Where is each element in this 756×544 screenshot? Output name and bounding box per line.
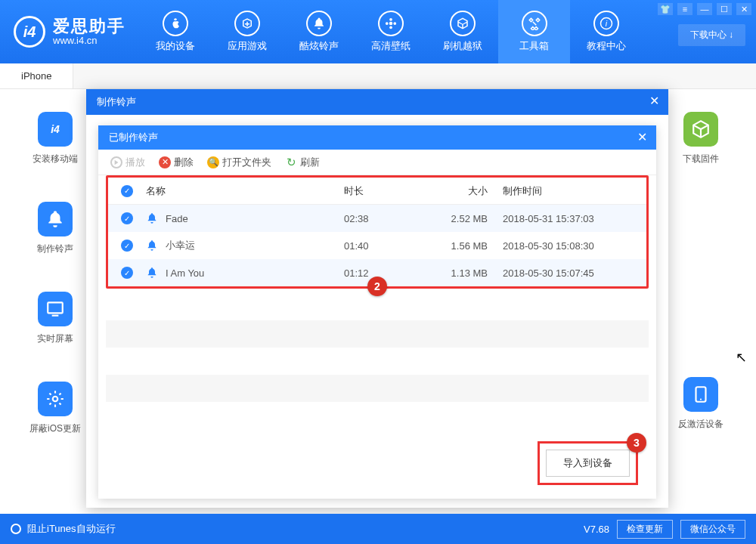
svg-point-1 xyxy=(389,18,392,21)
close-button[interactable]: ✕ xyxy=(736,3,751,15)
side-gear[interactable]: 屏蔽iOS更新 xyxy=(29,382,81,435)
info-icon: i xyxy=(593,11,619,36)
window-controls: 👕 ≡ — ☐ ✕ xyxy=(658,3,751,15)
col-duration-header[interactable]: 时长 xyxy=(344,184,420,198)
version-label: V7.68 xyxy=(584,524,609,535)
table-header: 名称 时长 大小 制作时间 xyxy=(108,178,646,205)
nav-box[interactable]: 刷机越狱 xyxy=(426,0,498,63)
bell-icon xyxy=(146,267,158,279)
delete-button[interactable]: ✕ 删除 xyxy=(159,156,194,169)
modal-inner-titlebar: 已制作铃声 ✕ xyxy=(98,125,656,150)
delete-icon: ✕ xyxy=(159,156,171,168)
appstore-icon xyxy=(234,11,260,36)
import-to-device-button[interactable]: 导入到设备 xyxy=(546,450,630,477)
ringtone-table-callout: 名称 时长 大小 制作时间 Fade02:382.52 MB2018-05-31… xyxy=(106,175,649,289)
refresh-icon: ↻ xyxy=(285,156,297,168)
table-row[interactable]: Fade02:382.52 MB2018-05-31 15:37:03 xyxy=(108,205,646,232)
sidebar-right: 下载固件反激活设备 xyxy=(667,112,735,431)
menu-button[interactable]: ≡ xyxy=(677,3,692,15)
svg-rect-8 xyxy=(48,302,63,313)
status-bar: 阻止iTunes自动运行 V7.68 检查更新 微信公众号 xyxy=(0,514,756,544)
bell-icon xyxy=(38,202,73,236)
side-tablet[interactable]: 反激活设备 xyxy=(678,377,723,431)
nav-apple[interactable]: 我的设备 xyxy=(139,0,211,63)
nav-bell[interactable]: 酷炫铃声 xyxy=(283,0,355,63)
monitor-icon xyxy=(38,292,73,326)
play-icon xyxy=(110,156,122,168)
callout-badge-3: 3 xyxy=(627,433,646,453)
empty-rows xyxy=(106,293,649,429)
itunes-toggle-icon[interactable] xyxy=(11,524,21,534)
nav-tools[interactable]: 工具箱 xyxy=(498,0,570,63)
logo-icon: i4 xyxy=(14,16,45,48)
tab-iphone[interactable]: iPhone xyxy=(0,63,73,88)
tools-icon xyxy=(522,11,547,36)
app-site: www.i4.cn xyxy=(53,36,125,46)
box-icon xyxy=(450,11,476,36)
svg-point-9 xyxy=(53,397,58,402)
sidebar-left: i4安装移动端制作铃声实时屏幕屏蔽iOS更新 xyxy=(21,112,89,435)
table-row[interactable]: 小幸运01:401.56 MB2018-05-30 15:08:30 xyxy=(108,232,646,259)
col-size-header[interactable]: 大小 xyxy=(420,184,503,198)
skin-button[interactable]: 👕 xyxy=(658,3,673,15)
row-checkbox[interactable] xyxy=(121,267,133,279)
cursor-icon: ↖ xyxy=(736,349,747,366)
itunes-block-label[interactable]: 阻止iTunes自动运行 xyxy=(27,522,116,536)
side-bell[interactable]: 制作铃声 xyxy=(37,202,73,255)
col-name-header[interactable]: 名称 xyxy=(146,184,344,198)
wechat-button[interactable]: 微信公众号 xyxy=(680,520,745,539)
main-body: i4安装移动端制作铃声实时屏幕屏蔽iOS更新 下载固件反激活设备 制作铃声 ✕ … xyxy=(0,89,756,514)
col-time-header[interactable]: 制作时间 xyxy=(503,184,646,198)
close-icon[interactable]: ✕ xyxy=(635,131,649,145)
nav-appstore[interactable]: 应用游戏 xyxy=(211,0,283,63)
logo-icon: i4 xyxy=(38,112,73,147)
row-checkbox[interactable] xyxy=(121,240,133,252)
modal-outer-title-text: 制作铃声 xyxy=(97,95,136,109)
cube-icon xyxy=(683,112,718,147)
modal-created-ringtones: 已制作铃声 ✕ 播放 ✕ 删除 🔍 打开文件夹 xyxy=(98,125,656,499)
app-logo: i4 爱思助手 www.i4.cn xyxy=(0,16,139,48)
play-button[interactable]: 播放 xyxy=(110,156,145,169)
row-checkbox[interactable] xyxy=(121,212,133,224)
check-update-button[interactable]: 检查更新 xyxy=(617,520,673,539)
svg-point-0 xyxy=(389,22,392,26)
svg-point-3 xyxy=(385,22,388,25)
bell-icon xyxy=(146,240,158,252)
svg-text:i4: i4 xyxy=(51,123,60,135)
modal-inner-title-text: 已制作铃声 xyxy=(109,131,158,144)
apple-icon xyxy=(163,11,188,36)
import-callout: 导入到设备 3 xyxy=(538,441,638,485)
ringtone-toolbar: 播放 ✕ 删除 🔍 打开文件夹 ↻ 刷新 xyxy=(98,150,656,175)
folder-icon: 🔍 xyxy=(207,156,219,168)
close-icon[interactable]: ✕ xyxy=(647,95,661,109)
modal-make-ringtone: 制作铃声 ✕ 已制作铃声 ✕ 播放 ✕ 删除 xyxy=(86,89,668,508)
select-all-checkbox[interactable] xyxy=(121,185,133,197)
open-folder-button[interactable]: 🔍 打开文件夹 xyxy=(207,156,271,169)
gear-icon xyxy=(38,382,73,416)
device-tabbar: iPhone xyxy=(0,63,756,89)
main-nav: 我的设备应用游戏酷炫铃声高清壁纸刷机越狱工具箱i教程中心 xyxy=(139,0,642,63)
nav-info[interactable]: i教程中心 xyxy=(570,0,642,63)
app-name: 爱思助手 xyxy=(53,17,125,36)
side-monitor[interactable]: 实时屏幕 xyxy=(37,292,73,345)
flower-icon xyxy=(378,11,404,36)
refresh-button[interactable]: ↻ 刷新 xyxy=(285,156,320,169)
side-logo[interactable]: i4安装移动端 xyxy=(33,112,78,165)
maximize-button[interactable]: ☐ xyxy=(717,3,732,15)
minimize-button[interactable]: — xyxy=(697,3,712,15)
svg-point-11 xyxy=(700,398,702,400)
bell-icon xyxy=(306,11,332,36)
callout-badge-2: 2 xyxy=(367,277,387,296)
svg-point-2 xyxy=(389,26,392,29)
svg-text:i: i xyxy=(605,19,607,28)
svg-point-4 xyxy=(393,22,396,25)
bell-icon xyxy=(146,212,158,224)
nav-flower[interactable]: 高清壁纸 xyxy=(355,0,426,63)
modal-outer-titlebar: 制作铃声 ✕ xyxy=(86,89,668,115)
tablet-icon xyxy=(683,377,718,412)
download-center-button[interactable]: 下载中心 ↓ xyxy=(678,24,745,46)
side-cube[interactable]: 下载固件 xyxy=(683,112,719,165)
app-header: i4 爱思助手 www.i4.cn 我的设备应用游戏酷炫铃声高清壁纸刷机越狱工具… xyxy=(0,0,756,63)
